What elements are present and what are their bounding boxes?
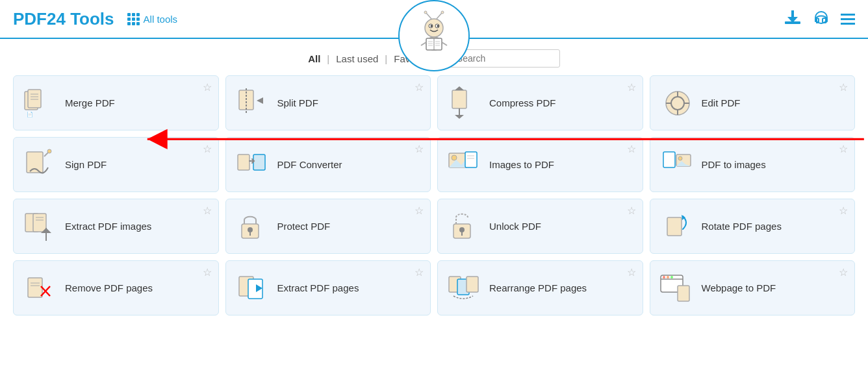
tool-label-rearrange-pdf-pages: Rearrange PDF pages — [489, 282, 587, 293]
fav-star-merge-pdf[interactable]: ☆ — [203, 81, 212, 93]
fav-star-unlock-pdf[interactable]: ☆ — [627, 204, 636, 217]
svg-rect-35 — [452, 90, 466, 108]
tool-label-protect-pdf: Protect PDF — [277, 221, 331, 232]
filter-all[interactable]: All — [308, 53, 320, 64]
all-tools-label: All tools — [144, 14, 178, 25]
tool-icon-webpage-to-pdf — [658, 270, 694, 306]
tool-card-compress-pdf[interactable]: Compress PDF☆ — [437, 75, 643, 130]
tool-card-pdf-converter[interactable]: PDF Converter☆ — [225, 137, 431, 192]
tool-label-images-to-pdf: Images to PDF — [489, 159, 554, 170]
svg-rect-74 — [28, 278, 42, 297]
tool-card-rearrange-pdf-pages[interactable]: Rearrange PDF pages☆ — [437, 260, 643, 315]
tool-icon-rearrange-pdf-pages — [446, 270, 481, 306]
tool-label-pdf-converter: PDF Converter — [277, 159, 342, 170]
svg-rect-84 — [466, 277, 478, 292]
mascot-illustration — [408, 10, 460, 62]
tool-card-extract-pdf-images[interactable]: Extract PDF images☆ — [13, 199, 219, 254]
svg-point-8 — [441, 11, 444, 14]
menu-bars-icon[interactable] — [841, 14, 855, 25]
fav-star-split-pdf[interactable]: ☆ — [415, 81, 424, 93]
tool-label-extract-pdf-pages: Extract PDF pages — [277, 282, 359, 293]
tool-icon-unlock-pdf — [446, 208, 481, 244]
svg-point-58 — [678, 156, 682, 160]
svg-marker-38 — [455, 86, 464, 90]
header: PDF24 Tools All tools — [0, 0, 868, 39]
header-mascot — [398, 0, 470, 71]
fav-star-extract-pdf-images[interactable]: ☆ — [203, 204, 212, 217]
tool-label-rotate-pdf-pages: Rotate PDF pages — [702, 221, 782, 232]
tool-label-extract-pdf-images: Extract PDF images — [65, 221, 151, 232]
svg-point-70 — [459, 227, 465, 232]
tool-card-edit-pdf[interactable]: Edit PDF☆ — [650, 75, 856, 130]
svg-line-18 — [421, 42, 426, 45]
search-input[interactable] — [450, 49, 560, 68]
fav-star-compress-pdf[interactable]: ☆ — [627, 81, 636, 93]
tool-icon-rotate-pdf-pages — [658, 208, 694, 244]
svg-rect-27 — [28, 90, 41, 108]
svg-point-4 — [437, 25, 439, 27]
sep-1: | — [327, 53, 329, 64]
header-icons — [784, 8, 855, 29]
fav-star-webpage-to-pdf[interactable]: ☆ — [839, 266, 848, 278]
tool-icon-edit-pdf — [658, 85, 694, 121]
tool-icon-pdf-converter — [234, 147, 270, 182]
svg-point-88 — [667, 276, 669, 278]
svg-line-5 — [426, 13, 431, 19]
fav-star-pdf-to-images[interactable]: ☆ — [839, 143, 848, 155]
tool-card-pdf-to-images[interactable]: PDF to images☆ — [650, 137, 856, 192]
tool-icon-extract-pdf-pages — [234, 270, 270, 306]
fav-star-remove-pdf-pages[interactable]: ☆ — [203, 266, 212, 278]
tool-card-unlock-pdf[interactable]: Unlock PDF☆ — [437, 199, 643, 254]
filter-last-used[interactable]: Last used — [336, 53, 378, 64]
svg-rect-49 — [253, 154, 265, 170]
svg-point-47 — [47, 149, 51, 153]
tool-label-sign-pdf: Sign PDF — [65, 159, 107, 170]
tool-card-rotate-pdf-pages[interactable]: Rotate PDF pages☆ — [650, 199, 856, 254]
tool-card-extract-pdf-pages[interactable]: Extract PDF pages☆ — [225, 260, 431, 315]
fav-star-images-to-pdf[interactable]: ☆ — [627, 143, 636, 155]
headset-icon[interactable] — [812, 8, 830, 29]
fav-star-sign-pdf[interactable]: ☆ — [203, 143, 212, 155]
svg-rect-48 — [238, 154, 249, 170]
fav-star-rotate-pdf-pages[interactable]: ☆ — [839, 204, 848, 217]
tool-card-split-pdf[interactable]: Split PDF☆ — [225, 75, 431, 130]
tool-label-unlock-pdf: Unlock PDF — [489, 221, 541, 232]
fav-star-extract-pdf-pages[interactable]: ☆ — [415, 266, 424, 278]
tool-icon-sign-pdf — [21, 147, 57, 182]
svg-rect-61 — [33, 214, 46, 232]
svg-rect-45 — [27, 152, 43, 173]
svg-point-0 — [425, 19, 443, 37]
svg-marker-34 — [257, 97, 263, 104]
tool-card-sign-pdf[interactable]: Sign PDF☆ — [13, 137, 219, 192]
logo: PDF24 Tools — [13, 9, 114, 29]
svg-line-7 — [437, 13, 442, 19]
tool-label-merge-pdf: Merge PDF — [65, 97, 115, 108]
tool-label-edit-pdf: Edit PDF — [702, 97, 741, 108]
tool-label-remove-pdf-pages: Remove PDF pages — [65, 282, 153, 293]
grid-icon — [127, 13, 140, 25]
tool-icon-split-pdf — [234, 85, 270, 121]
tool-card-remove-pdf-pages[interactable]: Remove PDF pages☆ — [13, 260, 219, 315]
tool-card-images-to-pdf[interactable]: Images to PDF☆ — [437, 137, 643, 192]
fav-star-edit-pdf[interactable]: ☆ — [839, 81, 848, 93]
svg-rect-53 — [465, 152, 477, 167]
svg-rect-25 — [825, 18, 828, 22]
tool-card-webpage-to-pdf[interactable]: Webpage to PDF☆ — [650, 260, 856, 315]
svg-rect-72 — [667, 217, 682, 236]
fav-star-protect-pdf[interactable]: ☆ — [415, 204, 424, 217]
download-icon[interactable] — [784, 8, 802, 29]
svg-rect-56 — [663, 152, 675, 167]
fav-star-pdf-converter[interactable]: ☆ — [415, 143, 424, 155]
all-tools-link[interactable]: All tools — [127, 13, 178, 25]
tool-card-protect-pdf[interactable]: Protect PDF☆ — [225, 199, 431, 254]
tool-card-merge-pdf[interactable]: 📄 Merge PDF☆ — [13, 75, 219, 130]
svg-point-3 — [431, 25, 433, 27]
tool-label-webpage-to-pdf: Webpage to PDF — [702, 282, 776, 293]
tool-label-split-pdf: Split PDF — [277, 97, 318, 108]
svg-rect-90 — [678, 286, 689, 301]
tool-icon-merge-pdf: 📄 — [21, 85, 57, 121]
svg-point-51 — [452, 155, 457, 160]
svg-rect-24 — [815, 18, 817, 22]
fav-star-rearrange-pdf-pages[interactable]: ☆ — [627, 266, 636, 278]
tools-grid: 📄 Merge PDF☆ Split PDF☆ Compress PDF☆ Ed… — [0, 75, 868, 322]
